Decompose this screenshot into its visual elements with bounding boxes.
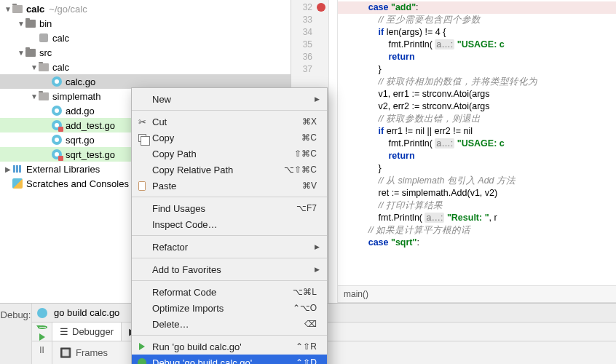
ctx-inspect-code[interactable]: Inspect Code… xyxy=(132,216,327,232)
tab-debugger[interactable]: ☰ Debugger xyxy=(52,323,122,341)
rerun-icon[interactable] xyxy=(37,325,47,329)
tree-src-calc[interactable]: ▼ calc xyxy=(0,60,291,74)
tree-path-hint: ~/go/calc xyxy=(49,4,87,15)
step-icon[interactable]: ⏸ xyxy=(37,344,47,355)
frames-icon: 🔲 xyxy=(60,347,71,358)
svg-rect-0 xyxy=(39,33,48,42)
tree-calc-go[interactable]: calc.go xyxy=(0,74,291,89)
ctx-new[interactable]: New xyxy=(132,91,327,107)
chevron-down-icon: ▼ xyxy=(31,92,38,100)
run-icon xyxy=(136,343,148,350)
debugger-tab-icon: ☰ xyxy=(60,326,68,337)
breadcrumb-item[interactable]: main() xyxy=(344,289,368,299)
frames-panel[interactable]: 🔲 Frames xyxy=(52,341,115,364)
debug-icon xyxy=(136,358,148,364)
ctx-copy[interactable]: Copy⌘C xyxy=(132,130,327,146)
ctx-cut[interactable]: ✂Cut⌘X xyxy=(132,114,327,130)
breadcrumb-bar[interactable]: main() xyxy=(338,285,616,303)
ctx-find-usages[interactable]: Find Usages⌥F7 xyxy=(132,200,327,216)
svg-rect-1 xyxy=(13,165,15,173)
chevron-down-icon: ▼ xyxy=(17,20,25,28)
ctx-delete[interactable]: Delete…⌫ xyxy=(132,316,327,332)
ctx-optimize-imports[interactable]: Optimize Imports⌃⌥O xyxy=(132,300,327,316)
chevron-right-icon: ▶ xyxy=(4,165,12,173)
debug-label: Debug: xyxy=(0,304,32,364)
code-area[interactable]: case "add": // 至少需要包含四个参数 if len(args) !… xyxy=(338,0,616,303)
go-file-icon xyxy=(51,76,63,87)
context-menu[interactable]: New ✂Cut⌘X Copy⌘C Copy Path⇧⌘C Copy Rela… xyxy=(131,87,328,364)
chevron-down-icon: ▼ xyxy=(17,49,25,57)
run-config-icon xyxy=(36,307,48,319)
fold-strip[interactable] xyxy=(329,0,338,303)
ctx-reformat-code[interactable]: Reformat Code⌥⌘L xyxy=(132,284,327,300)
tree-root-calc[interactable]: ▼ calc ~/go/calc xyxy=(0,1,291,16)
tree-bin-calc[interactable]: calc xyxy=(0,31,291,45)
paste-icon xyxy=(136,181,148,191)
scratches-icon xyxy=(12,178,23,189)
library-icon xyxy=(12,163,23,175)
binary-icon xyxy=(38,32,50,44)
go-test-file-icon xyxy=(51,119,63,131)
ctx-run[interactable]: Run 'go build calc.go'⌃⇧R xyxy=(132,339,327,355)
go-file-icon xyxy=(51,134,63,146)
cut-icon: ✂ xyxy=(136,116,148,127)
ctx-copy-relative-path[interactable]: Copy Relative Path⌥⇧⌘C xyxy=(132,162,327,178)
go-test-file-icon xyxy=(51,149,63,160)
copy-icon xyxy=(136,134,148,142)
tree-label: calc xyxy=(26,4,44,15)
code-editor[interactable]: 323334353637 case "add": // 至少需要包含四个参数 i… xyxy=(291,0,616,303)
chevron-down-icon: ▼ xyxy=(4,5,12,13)
tree-bin[interactable]: ▼ bin xyxy=(0,16,291,31)
svg-rect-3 xyxy=(19,165,21,173)
go-file-icon xyxy=(51,105,63,116)
chevron-down-icon: ▼ xyxy=(31,63,38,71)
ctx-paste[interactable]: Paste⌘V xyxy=(132,178,327,194)
run-config-name: go build calc.go xyxy=(54,307,119,318)
ctx-debug[interactable]: Debug 'go build calc.go'⌃⇧D xyxy=(132,355,327,364)
ctx-refactor[interactable]: Refactor xyxy=(132,239,327,255)
svg-rect-2 xyxy=(16,165,18,173)
ctx-add-to-favorites[interactable]: Add to Favorites xyxy=(132,261,327,277)
ctx-copy-path[interactable]: Copy Path⇧⌘C xyxy=(132,146,327,162)
resume-icon[interactable] xyxy=(39,333,45,341)
tree-src[interactable]: ▼ src xyxy=(0,45,291,60)
